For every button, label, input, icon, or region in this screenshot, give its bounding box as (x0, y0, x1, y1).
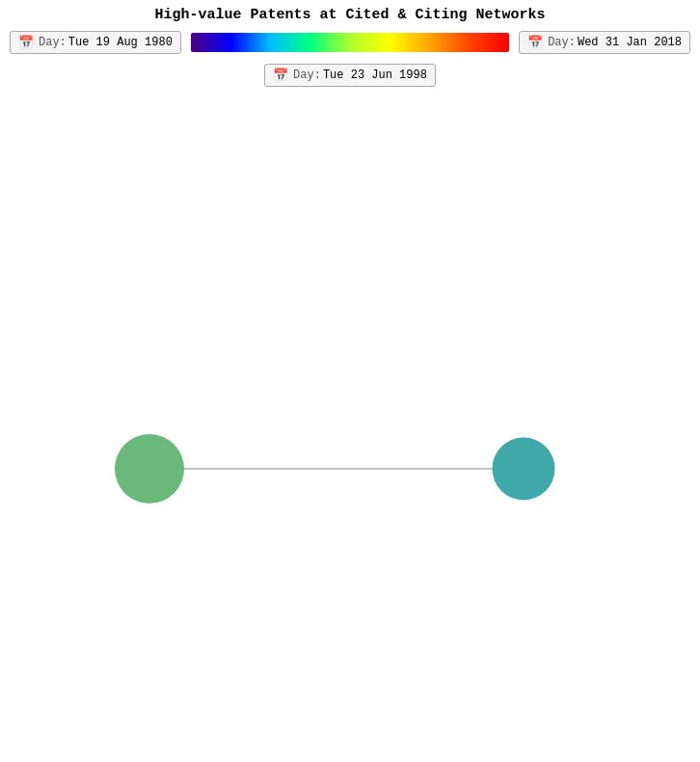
middle-row: 📅 Day: Tue 23 Jun 1998 (0, 58, 700, 93)
date-picker-left[interactable]: 📅 Day: Tue 19 Aug 1980 (10, 31, 181, 54)
date-picker-middle[interactable]: 📅 Day: Tue 23 Jun 1998 (264, 64, 436, 87)
calendar-icon-middle: 📅 (273, 68, 288, 83)
date-value-middle: Tue 23 Jun 1998 (323, 68, 427, 82)
node-cited[interactable] (115, 434, 184, 503)
page-container: High-value Patents at Cited & Citing Net… (0, 0, 700, 762)
date-label-left: Day: (39, 36, 67, 49)
date-label-middle: Day: (293, 68, 321, 82)
edge-layer (0, 93, 700, 748)
calendar-icon-right: 📅 (527, 35, 543, 50)
calendar-icon-left: 📅 (18, 35, 34, 50)
title-bar: High-value Patents at Cited & Citing Net… (0, 0, 700, 27)
date-value-left: Tue 19 Aug 1980 (68, 36, 173, 49)
top-controls-row: 📅 Day: Tue 19 Aug 1980 📅 Day: Wed 31 Jan… (0, 27, 700, 58)
date-picker-right[interactable]: 📅 Day: Wed 31 Jan 2018 (519, 31, 690, 54)
page-title: High-value Patents at Cited & Citing Net… (154, 7, 545, 23)
color-gradient-bar (191, 33, 509, 52)
date-value-right: Wed 31 Jan 2018 (578, 36, 682, 49)
node-citing[interactable] (493, 438, 555, 501)
network-canvas (0, 93, 700, 748)
date-label-right: Day: (548, 36, 576, 49)
